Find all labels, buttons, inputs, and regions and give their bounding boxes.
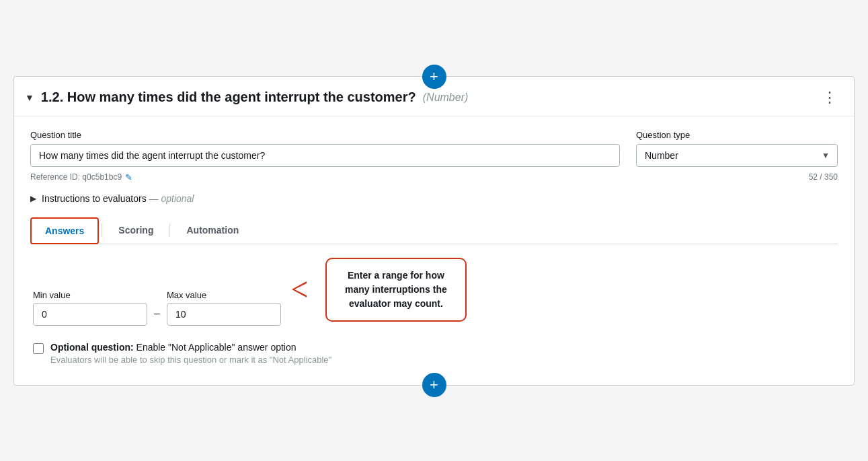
callout-box: Enter a range for how many interruptions… [325,258,467,322]
card-body: Question title Question type Number ▼ Re… [14,116,854,365]
question-title-group: Question title [30,130,620,167]
add-button-bottom[interactable]: + [422,373,446,397]
arrow-left-icon [292,280,325,299]
add-button-top[interactable]: + [422,65,446,89]
optional-question-text: Optional question: Enable "Not Applicabl… [50,342,331,365]
instructions-label: Instructions to evaluators — optional [42,193,194,204]
tabs-row: Answers Scoring Automation [30,217,838,244]
question-title-label: Question title [30,130,620,140]
chevron-right-icon: ▶ [30,194,36,203]
question-type-group: Question type Number ▼ [636,130,838,167]
chevron-down-icon[interactable]: ▼ [25,92,34,103]
optional-question-row: Optional question: Enable "Not Applicabl… [33,342,835,365]
instructions-row[interactable]: ▶ Instructions to evaluators — optional [30,193,838,204]
tab-automation[interactable]: Automation [173,218,252,242]
question-type-badge: (Number) [423,92,469,104]
reference-id: Reference ID: q0c5b1bc9 ✎ [30,172,132,182]
edit-icon[interactable]: ✎ [125,172,132,182]
optional-question-desc: Evaluators will be able to skip this que… [50,355,331,365]
max-value-group: Max value [167,290,281,326]
optional-question-checkbox[interactable] [33,343,44,354]
question-title-row: ▼ 1.2. How many times did the agent inte… [25,90,468,105]
question-number: 1.2. How many times did the agent interr… [41,90,416,105]
tab-answers[interactable]: Answers [30,217,99,244]
kebab-menu-button[interactable]: ⋮ [822,89,838,106]
min-value-input[interactable] [33,303,147,326]
question-type-select[interactable]: Number [636,144,838,167]
reference-id-row: Reference ID: q0c5b1bc9 ✎ 52 / 350 [30,172,838,182]
range-dash: – [147,308,167,320]
tab-scoring[interactable]: Scoring [105,218,167,242]
question-card: + ▼ 1.2. How many times did the agent in… [13,76,855,386]
optional-question-label: Optional question: Enable "Not Applicabl… [50,342,331,353]
tab-divider-2 [169,223,170,237]
min-max-row: Min value – Max value [33,258,835,326]
plus-icon-bottom: + [430,378,438,392]
tab-divider-1 [102,223,102,237]
max-value-input[interactable] [167,303,281,326]
min-value-label: Min value [33,290,147,300]
plus-icon-top: + [430,69,438,84]
question-type-select-wrapper: Number ▼ [636,144,838,167]
max-value-label: Max value [167,290,281,300]
answers-content: Min value – Max value [30,258,838,365]
question-type-label: Question type [636,130,838,140]
min-value-group: Min value [33,290,147,326]
char-count: 52 / 350 [809,172,838,182]
question-title-input[interactable] [30,144,620,167]
question-form-row: Question title Question type Number ▼ [30,130,838,167]
callout-wrapper: Enter a range for how many interruptions… [292,258,467,322]
